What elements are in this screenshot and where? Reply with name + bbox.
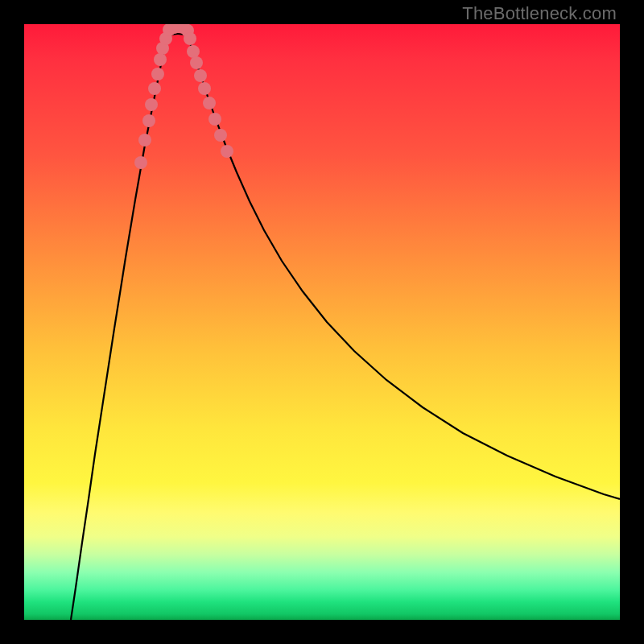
data-dot xyxy=(148,82,161,95)
data-dot xyxy=(208,113,221,126)
data-dot xyxy=(187,45,200,58)
data-dot xyxy=(138,134,151,147)
data-dot xyxy=(214,129,227,142)
data-dot xyxy=(221,145,233,158)
data-dot xyxy=(151,68,164,80)
data-dot xyxy=(184,32,196,45)
data-dot xyxy=(190,56,203,69)
curve-right xyxy=(188,36,620,499)
watermark-text: TheBottleneck.com xyxy=(462,3,617,24)
data-dot xyxy=(134,156,147,169)
data-dot xyxy=(154,53,167,66)
data-dot xyxy=(142,114,155,127)
chart-frame: TheBottleneck.com xyxy=(0,0,644,644)
data-dot xyxy=(198,82,211,95)
data-dot xyxy=(203,97,216,109)
data-dot xyxy=(194,69,207,82)
data-dot xyxy=(145,98,158,111)
plot-area xyxy=(24,24,620,620)
curve-svg xyxy=(24,24,620,620)
data-dots xyxy=(134,24,233,169)
